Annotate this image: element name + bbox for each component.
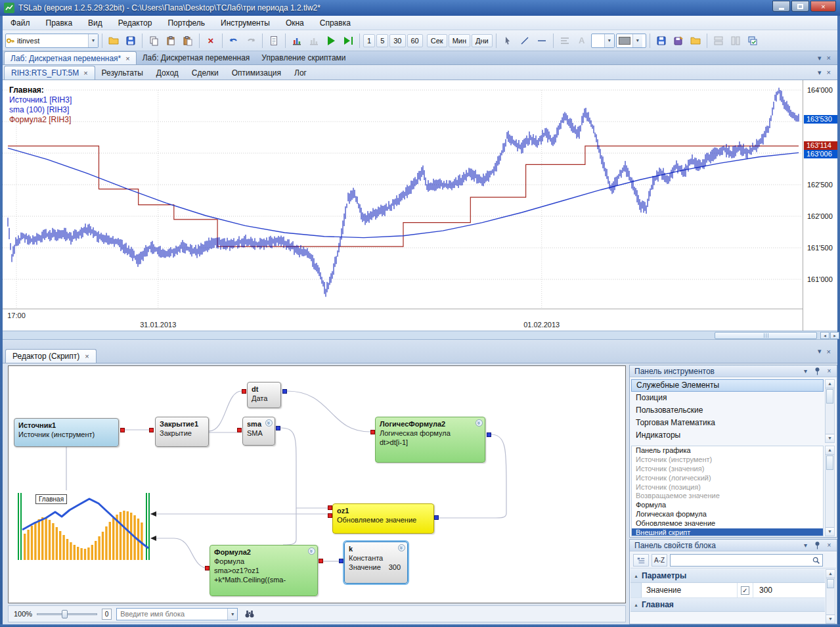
tab[interactable]: Сделки — [185, 66, 225, 80]
connector-output[interactable] — [276, 426, 280, 430]
block-dt[interactable]: dt Дата — [247, 382, 281, 408]
tab-list-icon[interactable]: ▾ — [818, 54, 822, 62]
maximize-button[interactable] — [791, 1, 809, 12]
collapse-section-icon[interactable]: ▴ — [630, 573, 642, 579]
zoom-step-box[interactable]: 0 — [102, 609, 112, 620]
tab-editor-script[interactable]: Редактор (Скрипт) × — [5, 349, 97, 363]
paste-special-button[interactable] — [180, 33, 196, 49]
close-tab-bar-icon[interactable]: × — [827, 54, 831, 62]
block-formula2[interactable]: » Формула2 Формула sma>oz1?oz1 +k*Math.C… — [210, 545, 318, 596]
collapse-section-icon[interactable]: ▴ — [630, 602, 642, 608]
connector-output[interactable] — [282, 389, 287, 394]
connector-output[interactable] — [487, 432, 491, 437]
line-tool-button[interactable] — [517, 33, 533, 49]
delete-button[interactable]: × — [203, 33, 219, 49]
property-name[interactable]: Значение — [642, 583, 738, 597]
interval-button[interactable]: 5 — [376, 34, 388, 47]
toolbox-item[interactable]: Панель графика — [632, 446, 823, 455]
menu-item[interactable]: Файл — [3, 16, 38, 30]
scroll-down-icon[interactable]: ▼ — [826, 527, 834, 536]
connector-input[interactable] — [319, 559, 323, 563]
tile-vertical-button[interactable] — [728, 33, 743, 49]
report-button[interactable] — [266, 33, 282, 49]
tab[interactable]: Оптимизация — [225, 66, 288, 80]
close-tab-icon[interactable]: × — [83, 69, 87, 77]
scroll-right-button[interactable]: ▸ — [830, 332, 839, 339]
menu-item[interactable]: Справка — [312, 16, 359, 30]
panel-menu-icon[interactable]: ▾ — [801, 367, 810, 375]
scroll-down-icon[interactable]: ▼ — [826, 615, 835, 623]
connector-input[interactable] — [328, 505, 332, 510]
chevron-down-icon[interactable]: ▾ — [227, 609, 237, 620]
menu-item[interactable]: Вид — [80, 16, 110, 30]
menu-item[interactable]: Инструменты — [213, 16, 278, 30]
toolbox-item[interactable]: Обновляемое значение — [632, 519, 823, 528]
section-glavnaya[interactable]: ▴ Главная — [630, 598, 825, 612]
block-search-input[interactable] — [117, 610, 227, 618]
run-step-button[interactable] — [340, 33, 356, 49]
chart-plot[interactable] — [3, 80, 803, 331]
scrollbar-thumb[interactable] — [826, 389, 833, 404]
block-k-constant[interactable]: » k Константа Значение 300 — [344, 542, 408, 584]
property-value[interactable]: 300 — [753, 583, 825, 597]
toolbox-item[interactable]: Источник (инструмент) — [632, 455, 823, 465]
close-tab-icon[interactable]: × — [85, 352, 89, 360]
tab[interactable]: Доход — [150, 66, 185, 80]
block-search[interactable]: ▾ — [116, 608, 238, 620]
interval-button[interactable]: 30 — [389, 34, 405, 47]
scroll-down-icon[interactable]: ▼ — [826, 434, 834, 442]
close-tab-bar-icon[interactable]: × — [827, 348, 831, 356]
connector-input[interactable] — [370, 430, 375, 434]
alphabetical-view-button[interactable]: A-Z — [652, 554, 667, 567]
unit-button[interactable]: Дни — [472, 34, 493, 47]
section-parametry[interactable]: ▴ Параметры — [630, 569, 825, 583]
color-combo[interactable]: ▾ — [616, 34, 646, 48]
close-tab-bar-icon[interactable]: × — [827, 68, 831, 76]
script-canvas[interactable]: Главная Источник1 Источник (инструмент) … — [8, 365, 626, 603]
menu-item[interactable]: Портфель — [160, 16, 213, 30]
menu-item[interactable]: Редактор — [110, 16, 160, 30]
zoom-slider[interactable] — [37, 609, 97, 619]
menu-item[interactable]: Окна — [278, 16, 312, 30]
account-combo[interactable]: itinvest ▾ — [5, 34, 99, 48]
interval-button[interactable]: 60 — [407, 34, 423, 47]
tab[interactable]: Лаб: Дискретная переменная — [137, 51, 256, 64]
font-combo[interactable]: ▾ — [591, 34, 615, 48]
toolbox-category[interactable]: Торговая Математика — [631, 417, 824, 429]
toolbox-item[interactable]: Источник (значения) — [632, 465, 823, 474]
panel-menu-icon[interactable]: ▾ — [801, 542, 810, 549]
toolbox-item[interactable]: Формула — [632, 501, 823, 510]
connector-input[interactable] — [237, 428, 242, 432]
toolbox-item[interactable]: Источник (позиция) — [632, 483, 823, 492]
block-zakrytie1[interactable]: Закрытие1 Закрытие — [155, 417, 209, 447]
toolbox-item[interactable]: Логическая формула — [632, 510, 823, 519]
scroll-up-icon[interactable]: ▲ — [826, 446, 834, 455]
toolbox-category[interactable]: Индикаторы — [631, 429, 824, 442]
tab[interactable]: RIH3:RTS_FUT:5M× — [4, 66, 95, 80]
connector-input[interactable] — [242, 389, 246, 394]
hline-tool-button[interactable] — [534, 33, 550, 49]
search-icon[interactable] — [812, 556, 820, 565]
tab[interactable]: Управление скриптами — [255, 51, 351, 64]
tab-list-icon[interactable]: ▾ — [818, 68, 822, 77]
cascade-windows-button[interactable] — [745, 33, 761, 49]
close-button[interactable]: × — [810, 1, 836, 12]
save-button[interactable] — [123, 33, 139, 49]
cursor-tool-button[interactable] — [500, 33, 516, 49]
pin-icon[interactable] — [813, 541, 822, 549]
find-block-button[interactable] — [242, 607, 257, 621]
block-sma[interactable]: » sma SMA — [242, 417, 275, 446]
open-file-button[interactable] — [106, 33, 122, 49]
toolbox-item[interactable]: Внешний скрипт — [632, 528, 823, 536]
scrollbar-thumb[interactable] — [826, 455, 833, 470]
collapse-icon[interactable]: » — [398, 544, 405, 551]
chevron-down-icon[interactable]: ▾ — [604, 34, 614, 47]
export-button[interactable] — [671, 33, 686, 49]
pin-icon[interactable] — [813, 367, 822, 375]
chart-pane-block[interactable]: Главная — [17, 490, 150, 563]
collapse-icon[interactable]: » — [308, 547, 315, 555]
toolbox-category[interactable]: Служебные Элементы — [631, 379, 824, 392]
toolbox-item[interactable]: Возвращаемое значение — [632, 492, 823, 501]
tab[interactable]: Лаб: Дискретная переменная*× — [4, 51, 137, 64]
redo-button[interactable] — [243, 33, 259, 49]
